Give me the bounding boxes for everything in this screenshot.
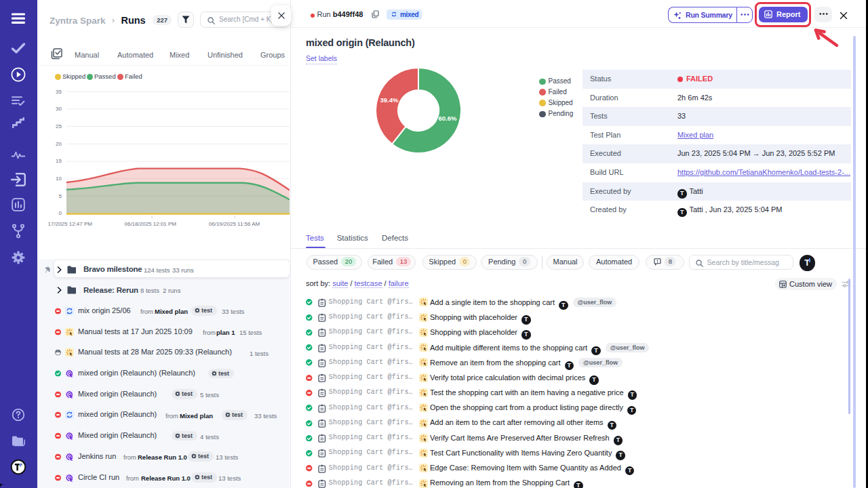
svg-text:60.6%: 60.6% [439,115,457,122]
svg-text:39.4%: 39.4% [380,96,399,104]
